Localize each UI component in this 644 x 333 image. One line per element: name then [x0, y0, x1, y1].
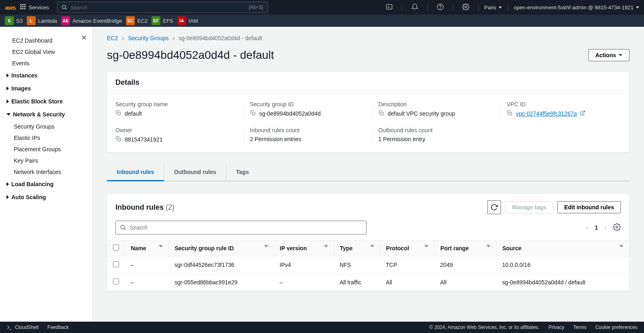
close-sidebar-button[interactable]: ✕: [81, 33, 87, 42]
privacy-link[interactable]: Privacy: [548, 324, 564, 330]
cell-type: NFS: [334, 256, 380, 274]
column-header[interactable]: Type: [334, 241, 380, 256]
next-page-button[interactable]: ›: [604, 224, 606, 231]
edit-inbound-rules-button[interactable]: Edit inbound rules: [557, 201, 621, 213]
table-row[interactable]: – sgr-0df44526ec73f1736 IPv4 NFS TCP 204…: [107, 256, 629, 274]
column-header[interactable]: Protocol: [380, 241, 435, 256]
search-input[interactable]: [70, 4, 245, 11]
row-checkbox[interactable]: [113, 279, 119, 285]
details-title: Details: [115, 78, 621, 87]
tab[interactable]: Tags: [226, 164, 259, 181]
sort-icon[interactable]: [370, 245, 374, 247]
svg-rect-7: [22, 8, 23, 9]
svg-rect-2: [24, 4, 26, 5]
detail-owner: Owner 881547341921: [115, 127, 236, 143]
sort-icon[interactable]: [486, 245, 490, 247]
region-selector[interactable]: Paris: [484, 4, 502, 11]
fav-item[interactable]: SS3: [5, 16, 23, 25]
sidebar-sublink[interactable]: Network Interfaces: [6, 166, 92, 178]
notifications-icon[interactable]: [408, 3, 422, 12]
select-all-checkbox[interactable]: [113, 245, 119, 251]
sidebar-link[interactable]: Events: [5, 58, 92, 69]
cloudshell-footer-button[interactable]: CloudShell: [6, 324, 38, 331]
fav-item[interactable]: EFEFS: [151, 16, 173, 25]
sidebar-sublink[interactable]: Placement Groups: [6, 144, 92, 155]
prev-page-button[interactable]: ‹: [586, 224, 589, 231]
refresh-button[interactable]: [487, 200, 501, 214]
detail-outbound-count: Outbound rules count 1 Permission entry: [372, 127, 493, 143]
sidebar-group[interactable]: Network & Security: [5, 108, 92, 121]
svg-point-24: [616, 226, 618, 228]
column-header[interactable]: Security group rule ID: [169, 241, 274, 256]
cell-source: sg-0e8994bd4052a0d4d / default: [497, 274, 629, 291]
tab[interactable]: Outbound rules: [164, 164, 226, 181]
service-icon: IA: [177, 16, 186, 25]
breadcrumb-parent[interactable]: Security Groups: [128, 35, 168, 41]
fav-item[interactable]: AEAmazon EventBridge: [61, 16, 122, 25]
detail-label: Outbound rules count: [378, 127, 493, 133]
settings-icon[interactable]: [459, 3, 473, 12]
sort-icon[interactable]: [159, 245, 163, 247]
sort-icon[interactable]: [424, 245, 429, 247]
table-settings-button[interactable]: [613, 223, 621, 232]
manage-tags-button[interactable]: Manage tags: [505, 201, 553, 213]
svg-rect-3: [20, 6, 21, 7]
sidebar-sublink[interactable]: Elastic IPs: [6, 132, 92, 144]
feedback-button[interactable]: Feedback: [47, 324, 69, 330]
tab[interactable]: Inbound rules: [107, 164, 164, 181]
column-header[interactable]: Source: [497, 241, 629, 256]
fav-item[interactable]: IAIAM: [177, 16, 198, 25]
sort-icon[interactable]: [264, 245, 268, 247]
copy-icon[interactable]: [507, 110, 513, 117]
actions-button[interactable]: Actions: [589, 49, 629, 61]
svg-point-14: [440, 8, 440, 9]
service-icon: S: [5, 16, 14, 25]
sort-icon[interactable]: [324, 245, 328, 247]
cell-ip-version: IPv4: [274, 256, 334, 274]
sidebar-group[interactable]: Auto Scaling: [5, 191, 92, 204]
terms-link[interactable]: Terms: [573, 324, 586, 330]
search-bar[interactable]: [Alt+S]: [57, 2, 268, 13]
help-icon[interactable]: [433, 3, 447, 12]
rules-count: (2): [166, 203, 175, 211]
sidebar-sublink[interactable]: Key Pairs: [6, 155, 92, 166]
sidebar-group[interactable]: Instances: [5, 69, 92, 82]
sidebar-link[interactable]: EC2 Global View: [5, 46, 92, 58]
table-row[interactable]: – sgr-055ed86bbac991e29 – All traffic Al…: [107, 274, 629, 291]
sidebar-group[interactable]: Elastic Block Store: [5, 95, 92, 108]
copy-icon[interactable]: [378, 110, 384, 117]
sidebar-sublink[interactable]: Security Groups: [6, 121, 92, 132]
detail-inbound-count: Inbound rules count 2 Permission entries: [244, 127, 364, 143]
detail-label: Owner: [115, 127, 236, 133]
account-menu[interactable]: open-environment-5xkhf-admin @ 8815-4734…: [514, 4, 639, 11]
fav-item[interactable]: ECEC2: [126, 16, 147, 25]
sidebar-group[interactable]: Images: [5, 82, 92, 95]
sidebar-group-label: Load Balancing: [11, 181, 53, 187]
detail-value: default VPC security group: [388, 110, 455, 117]
vpc-link[interactable]: vpc-02744f5e9fc31267a: [516, 110, 577, 117]
column-header[interactable]: Name: [125, 241, 169, 256]
column-header[interactable]: IP version: [274, 241, 334, 256]
sort-icon[interactable]: [619, 245, 623, 247]
copy-icon[interactable]: [250, 110, 256, 117]
column-header[interactable]: Port range: [435, 241, 497, 256]
cloudshell-icon[interactable]: [382, 3, 396, 12]
main-content: EC2 › Security Groups › sg-0e8994bd4052a…: [92, 27, 644, 322]
region-label: Paris: [484, 4, 497, 11]
fav-label: S3: [16, 18, 23, 24]
copy-icon[interactable]: [115, 110, 122, 117]
service-icon: EF: [151, 16, 160, 25]
fav-item[interactable]: LLambda: [27, 16, 57, 25]
cookie-prefs-link[interactable]: Cookie preferences: [595, 324, 638, 330]
sidebar-group-label: Network & Security: [13, 111, 65, 118]
rules-search[interactable]: [115, 221, 367, 234]
row-checkbox[interactable]: [113, 261, 119, 267]
aws-logo[interactable]: aws: [5, 4, 16, 11]
sidebar-group[interactable]: Load Balancing: [5, 178, 92, 191]
rules-search-input[interactable]: [130, 224, 362, 231]
sidebar-group-label: Images: [11, 85, 31, 92]
sidebar-link[interactable]: EC2 Dashboard: [5, 35, 92, 46]
breadcrumb-root[interactable]: EC2: [107, 35, 118, 41]
services-menu[interactable]: Services: [20, 4, 49, 11]
copy-icon[interactable]: [115, 136, 122, 143]
